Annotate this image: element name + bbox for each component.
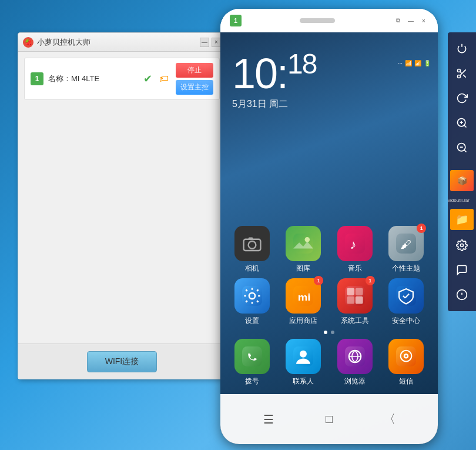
signal-icon: 📶 (414, 60, 421, 66)
camera-label: 相机 (245, 264, 259, 274)
minimize-button[interactable]: — (200, 38, 209, 47)
folder-icon: 📁 (450, 209, 474, 230)
set-master-button[interactable]: 设置主控 (176, 80, 213, 95)
device-tag-icon: 🏷 (157, 72, 171, 86)
phone-frame: 1 ⧉ — × ··· 📶 📶 🔋 10:18 5月31日 周二 (220, 9, 438, 444)
svg-point-47 (405, 355, 407, 356)
settings-icon (234, 278, 270, 314)
svg-point-1 (458, 75, 461, 78)
settings-label: 设置 (245, 316, 259, 326)
dot-2 (331, 331, 334, 334)
svg-rect-34 (356, 296, 363, 304)
music-icon: ♪ (337, 226, 373, 261)
sms-label: 短信 (399, 376, 413, 386)
chat-button[interactable] (450, 258, 474, 282)
app-systools[interactable]: 1 系统工具 (333, 278, 377, 326)
svg-point-12 (461, 244, 464, 247)
panel-content: 1 名称：MI 4LTE ✔ 🏷 停止 设置主控 (18, 52, 226, 111)
folder-button[interactable]: 📁 (450, 206, 474, 232)
svg-rect-32 (356, 288, 363, 295)
svg-rect-19 (293, 234, 313, 254)
theme-label: 个性主题 (392, 264, 420, 274)
home-button[interactable]: □ (319, 409, 340, 430)
app-contacts[interactable]: 联系人 (281, 339, 326, 386)
app-music[interactable]: ♪ 音乐 (333, 226, 377, 274)
music-label: 音乐 (348, 264, 362, 274)
wifi-icon: 📶 (405, 60, 412, 66)
window-controls: — × (200, 38, 221, 47)
svg-line-10 (464, 150, 467, 152)
file-icon-area[interactable]: 📦 vidoutil.rar (450, 168, 474, 194)
browser-icon (337, 339, 373, 374)
phone-label: 拨号 (245, 376, 259, 386)
app-phone[interactable]: 拨号 (230, 339, 274, 386)
appstore-badge: 1 (314, 276, 323, 285)
wifi-connect-button[interactable]: WIFI连接 (87, 351, 157, 372)
left-panel: 🍓 小萝贝控机大师 — × 1 名称：MI 4LTE ✔ 🏷 停止 设置主控 W… (18, 32, 226, 379)
svg-point-40 (300, 351, 307, 358)
stop-button[interactable]: 停止 (176, 63, 213, 78)
device-check-icon: ✔ (143, 72, 152, 85)
zoom-out-button[interactable] (450, 136, 474, 159)
app-camera[interactable]: 相机 (230, 226, 274, 274)
svg-text:🖌: 🖌 (400, 238, 411, 251)
refresh-button[interactable] (450, 86, 474, 110)
phone-screen: ··· 📶 📶 🔋 10:18 5月31日 周二 (220, 32, 438, 444)
app-settings[interactable]: 设置 (230, 278, 274, 326)
svg-text:♪: ♪ (350, 237, 356, 252)
svg-rect-31 (347, 288, 354, 295)
menu-button[interactable]: ☰ (258, 409, 279, 430)
svg-line-4 (460, 72, 462, 74)
app-sms[interactable]: 短信 (384, 339, 428, 386)
svg-line-6 (464, 125, 467, 128)
info-button[interactable] (450, 283, 474, 306)
svg-rect-18 (248, 238, 253, 240)
app-row-2: 设置 1 mi 应用商店 1 (226, 278, 432, 326)
scissors-button[interactable] (450, 62, 474, 85)
app-theme[interactable]: 1 🖌 个性主题 (384, 226, 428, 274)
security-label: 安全中心 (392, 316, 420, 326)
phone-dock: ☰ □ 〈 (220, 394, 438, 444)
systools-label: 系统工具 (341, 316, 369, 326)
svg-point-17 (248, 241, 256, 249)
contacts-label: 联系人 (293, 376, 314, 386)
svg-text:mi: mi (298, 291, 311, 304)
phone-notch (300, 18, 335, 23)
more-icon: ··· (398, 60, 403, 66)
svg-point-21 (305, 237, 310, 242)
phone-restore-btn[interactable]: ⧉ (393, 16, 403, 25)
right-toolbar: 📦 vidoutil.rar 📁 (448, 32, 476, 311)
app-gallery[interactable]: 图库 (281, 226, 326, 274)
device-row: 1 名称：MI 4LTE ✔ 🏷 停止 设置主控 (24, 58, 220, 100)
clock-area: 10:18 5月31日 周二 (220, 32, 438, 116)
gallery-icon (286, 226, 321, 261)
contacts-icon (286, 339, 321, 374)
power-button[interactable] (450, 37, 474, 61)
phone-num-badge: 1 (230, 15, 242, 26)
dot-1 (324, 331, 327, 334)
zoom-in-button[interactable] (450, 111, 474, 135)
phone-close-btn[interactable]: × (419, 16, 428, 25)
app-grid: 相机 图库 (220, 226, 438, 391)
svg-line-3 (463, 75, 466, 78)
battery-icon: 🔋 (424, 60, 431, 66)
theme-badge: 1 (417, 224, 426, 233)
close-button[interactable]: × (212, 38, 221, 47)
device-name: 名称：MI 4LTE (48, 74, 139, 84)
security-icon (388, 278, 424, 314)
camera-icon (234, 226, 270, 261)
panel-bottom: WIFI连接 (18, 344, 226, 379)
phone-window-controls: ⧉ — × (393, 16, 428, 25)
systools-badge: 1 (366, 276, 375, 285)
app-icon: 🍓 (23, 37, 33, 48)
svg-rect-38 (242, 346, 262, 366)
app-browser[interactable]: 浏览器 (333, 339, 377, 386)
settings-toolbar-button[interactable] (450, 234, 474, 257)
phone-minimize-btn[interactable]: — (406, 16, 415, 25)
app-appstore[interactable]: 1 mi 应用商店 (281, 278, 326, 326)
browser-label: 浏览器 (344, 376, 366, 386)
app-security[interactable]: 安全中心 (384, 278, 428, 326)
phone-icon (234, 339, 270, 374)
device-actions: 停止 设置主控 (176, 63, 213, 95)
back-button[interactable]: 〈 (379, 409, 400, 430)
